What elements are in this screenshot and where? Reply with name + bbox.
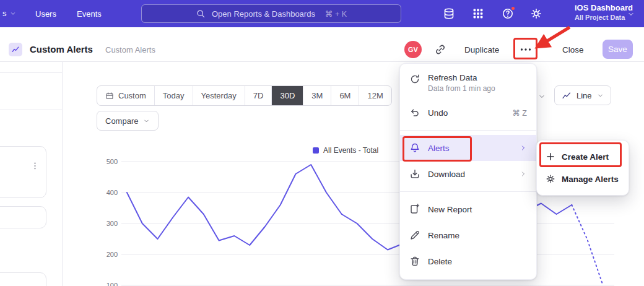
menu-item-label: Undo — [428, 108, 505, 118]
range-label: 3M — [311, 91, 323, 100]
compare-button[interactable]: Compare — [97, 111, 159, 131]
settings-gear-icon[interactable] — [530, 7, 542, 20]
range-label: 12M — [367, 91, 383, 100]
calendar-icon — [105, 92, 114, 100]
page-title: Custom Alerts — [30, 44, 93, 54]
project-subtitle: All Project Data — [575, 14, 633, 21]
menu-item-sublabel: Data from 1 min ago — [428, 84, 527, 93]
refresh-icon — [409, 74, 420, 85]
range-custom[interactable]: Custom — [97, 86, 154, 105]
gear-icon — [546, 174, 555, 184]
project-title: iOS Dashboard — [575, 3, 633, 12]
undo-icon — [409, 107, 420, 118]
menu-item-shortcut: ⌘ Z — [512, 108, 527, 118]
menu-divider — [400, 130, 536, 131]
svg-text:400: 400 — [107, 189, 118, 196]
chart-type-selector[interactable]: Line — [554, 85, 611, 105]
trash-icon — [409, 256, 420, 267]
avatar[interactable]: GV — [404, 41, 422, 58]
menu-item-undo[interactable]: Undo⌘ Z — [400, 100, 536, 126]
range-label: 30D — [280, 91, 295, 100]
menu-item-label: Refresh Data — [428, 73, 527, 82]
rail-separator — [0, 72, 62, 73]
chevron-down-icon — [10, 11, 16, 17]
panel-divider — [62, 62, 63, 286]
menu-item-label: Delete — [428, 257, 527, 266]
mini-chart-icon — [11, 45, 20, 54]
save-button[interactable]: Save — [603, 40, 633, 59]
project-switcher[interactable]: iOS Dashboard All Project Data — [575, 3, 633, 21]
bell-icon — [409, 142, 420, 154]
help-icon[interactable] — [502, 7, 514, 20]
menu-item-label: Rename — [428, 231, 527, 240]
svg-text:500: 500 — [107, 158, 118, 165]
breadcrumb[interactable]: Custom Alerts — [105, 45, 155, 54]
collapsed-panel-card — [0, 206, 46, 228]
plus-icon — [546, 152, 555, 162]
menu-item-rename[interactable]: Rename — [400, 222, 536, 248]
range-label: Today — [163, 91, 185, 100]
menu-item-label: Alerts — [428, 144, 512, 153]
data-management-icon[interactable] — [443, 7, 455, 20]
top-navbar: s Users Events Open Reports & Dashboards… — [0, 0, 644, 27]
copy-link-icon[interactable] — [434, 43, 446, 56]
app-root: { "colors": { "navbar": "#4c40d2", "acce… — [0, 0, 644, 286]
card-options-icon[interactable] — [30, 159, 40, 173]
chart-type-label: Line — [577, 91, 592, 100]
submenu-item-create-alert[interactable]: Create Alert — [537, 145, 629, 168]
search-icon — [196, 9, 206, 19]
menu-item-download[interactable]: Download — [400, 161, 536, 187]
chevron-down-icon — [597, 92, 604, 99]
date-range-control: CustomTodayYesterday7D30D3M6M12M — [97, 85, 392, 106]
chevron-right-icon — [520, 144, 527, 152]
report-type-badge — [9, 43, 22, 56]
range-7d[interactable]: 7D — [245, 86, 272, 105]
pencil-icon — [409, 230, 420, 241]
menu-item-alerts[interactable]: Alerts — [400, 135, 536, 161]
collapsed-panel-card — [0, 272, 46, 286]
rail-separator — [0, 110, 62, 110]
svg-text:100: 100 — [107, 282, 118, 286]
range-label: 6M — [339, 91, 350, 100]
alerts-submenu: Create AlertManage Alerts — [536, 140, 629, 196]
submenu-item-label: Manage Alerts — [562, 175, 619, 184]
nav-item-events[interactable]: Events — [77, 9, 102, 19]
range-6m[interactable]: 6M — [331, 86, 359, 105]
collapsed-control-chevron-icon[interactable] — [538, 93, 546, 100]
close-button[interactable]: Close — [562, 45, 584, 54]
report-header: Custom Alerts Custom Alerts GV Duplicate… — [0, 27, 644, 62]
menu-item-label: New Report — [428, 205, 527, 214]
submenu-item-manage-alerts[interactable]: Manage Alerts — [537, 168, 629, 190]
nav-item-partial[interactable]: s — [2, 9, 16, 18]
range-yesterday[interactable]: Yesterday — [193, 86, 245, 105]
menu-item-delete[interactable]: Delete — [400, 248, 536, 274]
new-report-icon — [409, 204, 420, 215]
range-3m[interactable]: 3M — [303, 86, 331, 105]
nav-item-users[interactable]: Users — [35, 9, 56, 19]
svg-text:200: 200 — [107, 251, 118, 258]
range-label: Yesterday — [201, 91, 237, 100]
menu-item-new-report[interactable]: New Report — [400, 196, 536, 222]
duplicate-button[interactable]: Duplicate — [464, 45, 499, 54]
range-30d[interactable]: 30D — [271, 86, 303, 105]
download-icon — [409, 168, 420, 180]
range-today[interactable]: Today — [154, 86, 193, 105]
menu-item-refresh-data[interactable]: Refresh DataData from 1 min ago — [400, 67, 536, 100]
global-search[interactable]: Open Reports & Dashboards ⌘ + K — [141, 4, 401, 23]
chevron-down-icon — [143, 118, 150, 124]
menu-item-label: Download — [428, 170, 512, 179]
notification-dot — [510, 6, 516, 11]
search-placeholder: Open Reports & Dashboards — [212, 9, 315, 19]
range-12m[interactable]: 12M — [359, 86, 391, 105]
line-chart-icon — [562, 90, 572, 100]
more-options-button[interactable] — [518, 43, 533, 56]
chevron-right-icon — [520, 170, 527, 178]
menu-divider — [400, 191, 536, 192]
context-menu: Refresh DataData from 1 min agoUndo⌘ ZAl… — [399, 63, 537, 280]
apps-grid-icon[interactable] — [472, 7, 484, 20]
submenu-item-label: Create Alert — [562, 152, 609, 162]
project-chevron-icon[interactable] — [627, 11, 635, 18]
range-label: Custom — [118, 91, 146, 100]
svg-text:300: 300 — [107, 220, 118, 227]
compare-label: Compare — [105, 116, 138, 126]
